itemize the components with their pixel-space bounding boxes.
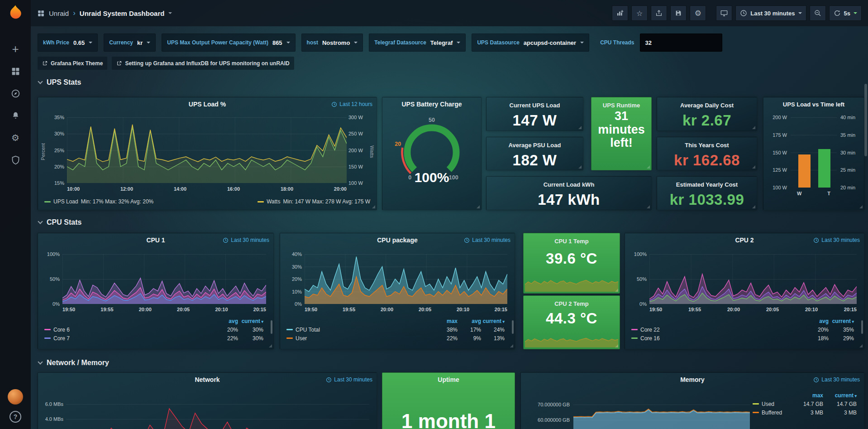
bar-watts[interactable] <box>798 154 811 188</box>
bar-time[interactable] <box>818 149 830 188</box>
variable-kwh-price[interactable]: kWh Price 0.65 <box>38 34 98 52</box>
dashboards-icon[interactable] <box>6 62 24 80</box>
y-axis-left: 70.000000 GB60.000000 GB50.000000 GB <box>525 402 570 429</box>
refresh-interval-label[interactable]: 5s <box>844 10 850 17</box>
chart-plus-icon <box>616 10 624 17</box>
share-dashboard-button[interactable] <box>651 5 667 21</box>
panel-title[interactable]: UPS Load % <box>189 101 226 108</box>
panel-timerange-link[interactable]: Last 12 hours <box>331 97 372 111</box>
cpu1-chart[interactable] <box>62 254 266 304</box>
star-dashboard-button[interactable]: ☆ <box>631 5 648 21</box>
variable-currency[interactable]: Currency kr <box>104 34 156 52</box>
x-axis: WT <box>797 191 830 196</box>
dashboard-settings-button[interactable]: ⚙ <box>690 5 706 21</box>
ups-load-chart[interactable] <box>67 117 347 183</box>
legend-scrollbar[interactable] <box>271 320 272 334</box>
panel-cpu-package: CPU package Last 30 minutes 40%30%20%10%… <box>280 233 515 349</box>
section-network-memory[interactable]: Network / Memory <box>38 359 109 367</box>
y-axis-label-right: Watts <box>369 145 375 158</box>
add-panel-button[interactable] <box>612 5 628 21</box>
dashboard-title[interactable]: Unraid System Dashboard <box>80 10 165 17</box>
link-label: Grafana Plex Theme <box>51 60 103 67</box>
panel-timerange-link[interactable]: Last 30 minutes <box>813 373 860 386</box>
server-admin-shield-icon[interactable] <box>6 151 24 169</box>
zoom-out-time-button[interactable] <box>810 5 826 21</box>
legend-table[interactable]: maxcurrentUsed14.7 GB14.7 GBBuffered3 MB… <box>753 391 857 417</box>
section-ups-stats[interactable]: UPS Stats <box>38 78 81 87</box>
battery-gauge[interactable]: 0 50 100 20 100% <box>382 114 481 209</box>
panel-title[interactable]: UPS Load vs Time left <box>783 101 844 108</box>
create-icon[interactable]: + <box>6 40 24 58</box>
panel-title[interactable]: Memory <box>680 376 705 383</box>
panel-timerange-link[interactable]: Last 30 minutes <box>223 233 269 247</box>
variable-ups-max-output[interactable]: UPS Max Output Power Capacity (Watt) 865 <box>162 34 295 52</box>
variable-telegraf-datasource[interactable]: Telegraf Datasource Telegraf <box>369 34 466 52</box>
refresh-icon <box>834 10 841 17</box>
clock-icon <box>326 377 332 383</box>
share-icon <box>655 10 663 17</box>
x-axis: 19:5019:5520:0020:0520:1020:15 <box>649 307 857 312</box>
clock-icon <box>464 237 470 243</box>
panel-timerange-link[interactable]: Last 30 minutes <box>326 373 372 386</box>
stat-title[interactable]: This Years Cost <box>657 137 757 149</box>
panel-title[interactable]: CPU 1 <box>146 236 165 244</box>
panel-title[interactable]: Network <box>195 376 219 383</box>
page-scrollbar-thumb[interactable] <box>864 84 867 156</box>
breadcrumb-separator: › <box>73 9 76 18</box>
variable-host[interactable]: host Nostromo <box>301 34 363 52</box>
legend-table[interactable]: maxavgcurrentCPU Total38%17%24%User22%9%… <box>286 317 505 342</box>
panel-title[interactable]: CPU package <box>377 236 417 244</box>
panel-title[interactable]: UPS Battery Charge <box>401 101 462 108</box>
stat-value: 147 kWh <box>486 191 651 208</box>
cycle-view-button[interactable] <box>716 5 732 21</box>
breadcrumb-app[interactable]: Unraid <box>49 10 69 17</box>
save-dashboard-button[interactable] <box>670 5 687 21</box>
link-ups-monitoring-guide[interactable]: Setting up Grafana and InfluxDB for UPS … <box>112 57 294 70</box>
legend-table[interactable]: avgcurrentCore 620%30%Core 722%30% <box>44 317 263 342</box>
cpu-package-chart[interactable] <box>305 254 507 304</box>
configuration-gear-icon[interactable]: ⚙ <box>6 129 24 147</box>
refresh-button[interactable]: 5s <box>829 5 862 21</box>
panel-timerange-link[interactable]: Last 30 minutes <box>813 233 860 247</box>
panel-current-load-kwh: Current Load kWh 147 kWh <box>486 176 652 210</box>
cpu2-chart[interactable] <box>649 254 857 304</box>
chevron-down-icon <box>580 42 584 43</box>
network-chart[interactable] <box>66 394 369 429</box>
alerting-bell-icon[interactable] <box>6 106 24 125</box>
stat-title[interactable]: Average PSU Load <box>486 137 583 149</box>
cpu-threads-input[interactable] <box>640 34 722 52</box>
x-axis: 19:5019:5520:0020:0520:1020:15 <box>62 307 266 312</box>
stat-title[interactable]: CPU 1 Temp <box>524 233 620 245</box>
stat-title[interactable]: Estimated Yearly Cost <box>657 177 757 188</box>
dashboard-caret-icon[interactable] <box>168 12 172 14</box>
ups-bars-chart[interactable] <box>791 117 837 188</box>
grafana-logo-icon[interactable] <box>8 5 23 20</box>
stat-title[interactable]: Current Load kWh <box>486 177 651 188</box>
variable-ups-datasource[interactable]: UPS Datasource apcupsd-container <box>472 34 589 52</box>
time-range-picker[interactable]: Last 30 minutes <box>735 5 806 21</box>
chevron-down-icon <box>457 42 460 43</box>
stat-title[interactable]: Average Daily Cost <box>657 97 757 109</box>
stat-title[interactable]: UPS Runtime <box>591 97 651 109</box>
legend-scrollbar[interactable] <box>512 320 514 334</box>
variable-label: kWh Price <box>43 39 69 46</box>
refresh-caret-icon[interactable] <box>854 12 857 14</box>
chevron-down-icon <box>89 42 92 43</box>
panel-this-years-cost: This Years Cost kr 162.68 <box>657 137 757 170</box>
memory-chart[interactable] <box>573 394 750 429</box>
legend-item-watts[interactable]: Watts Min: 147 W Max: 278 W Avg: 175 W <box>258 198 370 205</box>
legend-scrollbar[interactable] <box>861 320 863 334</box>
section-cpu-stats[interactable]: CPU Stats <box>38 218 81 227</box>
stat-title[interactable]: Current UPS Load <box>486 97 583 109</box>
panel-title[interactable]: CPU 2 <box>735 236 754 244</box>
legend-table[interactable]: avgcurrentCore 2220%35%Core 1618%29% <box>631 317 854 342</box>
variable-value: 0.65 <box>73 39 85 46</box>
link-grafana-plex-theme[interactable]: Grafana Plex Theme <box>38 57 107 70</box>
user-avatar[interactable] <box>8 389 23 405</box>
panel-timerange-link[interactable]: Last 30 minutes <box>464 233 510 247</box>
explore-icon[interactable] <box>6 84 24 102</box>
panel-title[interactable]: Uptime <box>438 376 459 383</box>
stat-title[interactable]: CPU 2 Temp <box>524 296 620 307</box>
help-icon[interactable]: ? <box>10 411 21 423</box>
legend-item-ups-load[interactable]: UPS Load Min: 17% Max: 32% Avg: 20% <box>44 198 153 205</box>
